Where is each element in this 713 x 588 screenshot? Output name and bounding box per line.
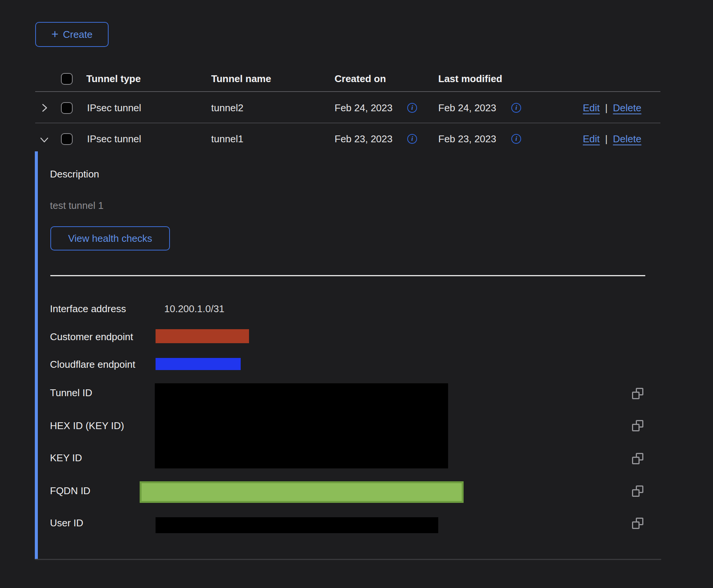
customer-endpoint-redacted-value [156, 329, 249, 343]
user-id-redacted-value [156, 517, 438, 533]
view-health-checks-button[interactable]: View health checks [50, 226, 170, 250]
fqdn-id-label: FQDN ID [50, 485, 90, 497]
create-button[interactable]: + Create [35, 22, 109, 47]
column-header-tunnel-name: Tunnel name [211, 73, 271, 85]
key-id-label: KEY ID [50, 452, 82, 464]
section-divider [50, 275, 645, 276]
copy-icon-front-square [632, 521, 640, 529]
tunnel-name-cell: tunnel1 [211, 133, 243, 145]
created-on-cell: Feb 24, 2023 [335, 102, 392, 114]
created-on-cell: Feb 23, 2023 [335, 133, 392, 145]
row-actions: Edit | Delete [583, 133, 651, 145]
info-icon[interactable]: i [511, 103, 521, 113]
interface-address-value: 10.200.1.0/31 [164, 303, 224, 315]
tunnels-page: + Create Tunnel type Tunnel name Created… [0, 0, 713, 588]
description-label: Description [50, 168, 99, 180]
tunnel-id-label: Tunnel ID [50, 387, 92, 399]
action-separator: | [605, 102, 608, 114]
expanded-panel-bottom-divider [35, 559, 661, 560]
copy-icon[interactable] [632, 420, 643, 431]
delete-link[interactable]: Delete [613, 133, 641, 145]
last-modified-cell: Feb 24, 2023 [438, 102, 496, 114]
copy-icon-front-square [632, 489, 640, 497]
row-checkbox[interactable] [61, 133, 73, 145]
ids-redacted-values [155, 383, 448, 468]
copy-icon-front-square [632, 424, 640, 431]
plus-icon: + [51, 28, 59, 40]
info-icon[interactable]: i [407, 103, 417, 113]
customer-endpoint-label: Customer endpoint [50, 331, 133, 343]
create-button-label: Create [63, 29, 92, 40]
header-divider [35, 91, 660, 92]
edit-link[interactable]: Edit [583, 102, 600, 114]
interface-address-label: Interface address [50, 303, 126, 315]
cloudflare-endpoint-label: Cloudflare endpoint [50, 358, 135, 370]
column-header-created-on: Created on [335, 73, 386, 85]
copy-icon-front-square [632, 392, 640, 399]
delete-link[interactable]: Delete [613, 102, 641, 114]
description-value: test tunnel 1 [50, 199, 104, 212]
row-checkbox[interactable] [61, 102, 73, 114]
expanded-row-accent-bar [35, 151, 38, 559]
action-separator: | [605, 133, 608, 145]
info-icon[interactable]: i [407, 134, 417, 144]
cloudflare-endpoint-redacted-value [156, 358, 241, 370]
info-icon[interactable]: i [511, 134, 521, 144]
last-modified-cell: Feb 23, 2023 [438, 133, 496, 145]
row-actions: Edit | Delete [583, 102, 651, 114]
copy-icon[interactable] [632, 518, 643, 529]
edit-link[interactable]: Edit [583, 133, 600, 145]
chevron-right-icon[interactable] [39, 103, 49, 113]
copy-icon[interactable] [632, 485, 643, 497]
user-id-label: User ID [50, 517, 83, 529]
tunnel-type-cell: IPsec tunnel [87, 133, 141, 145]
row-divider [35, 123, 660, 123]
copy-icon[interactable] [632, 388, 643, 399]
fqdn-id-redacted-value [140, 481, 464, 503]
hex-id-label: HEX ID (KEY ID) [50, 420, 124, 432]
copy-icon[interactable] [632, 453, 643, 464]
column-header-tunnel-type: Tunnel type [86, 73, 141, 85]
tunnel-type-cell: IPsec tunnel [87, 102, 141, 114]
copy-icon-front-square [632, 457, 640, 464]
select-all-checkbox[interactable] [61, 73, 73, 85]
column-header-last-modified: Last modified [438, 73, 502, 85]
chevron-down-icon[interactable] [39, 135, 49, 145]
tunnel-name-cell: tunnel2 [211, 102, 243, 114]
